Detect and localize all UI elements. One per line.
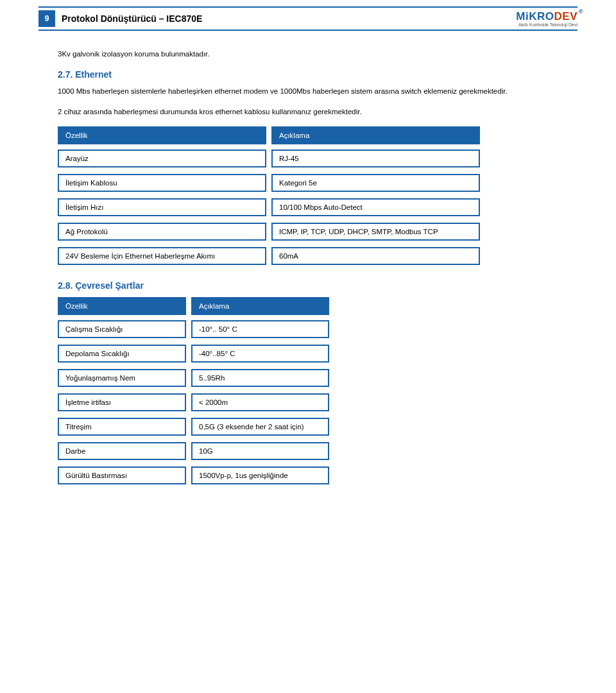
td-feature: Darbe — [58, 442, 186, 460]
table-2-8-body: Çalışma Sıcaklığı -10°.. 50° C Depolama … — [58, 320, 578, 484]
table-2-8-header: Özellik Açıklama — [58, 297, 578, 315]
td-feature: Depolama Sıcaklığı — [58, 345, 186, 363]
brand-logo: MiKRODEV® Akıllı Kontrolde Teknoloji Dev… — [516, 10, 578, 27]
th-description: Açıklama — [191, 297, 329, 315]
document-title: Protokol Dönüştürücü – IEC870E — [62, 13, 202, 24]
th-feature: Özellik — [58, 126, 266, 144]
td-feature: Ağ Protokolü — [58, 223, 266, 241]
td-feature: Arayüz — [58, 150, 266, 167]
td-description: 10G — [191, 442, 329, 460]
td-description: ICMP, IP, TCP, UDP, DHCP, SMTP, Modbus T… — [271, 223, 480, 241]
td-feature: 24V Besleme İçin Ethernet Haberleşme Akı… — [58, 247, 266, 265]
logo-part-right: DEV — [554, 10, 578, 22]
table-row: Ağ Protokolü ICMP, IP, TCP, UDP, DHCP, S… — [58, 223, 578, 241]
page-number-badge: 9 — [38, 10, 55, 27]
table-2-7-header: Özellik Açıklama — [58, 126, 578, 144]
td-feature: İletişim Hızı — [58, 198, 266, 216]
header-bar: 9 Protokol Dönüştürücü – IEC870E MiKRODE… — [38, 6, 578, 31]
logo-part-left: MiKRO — [516, 10, 554, 22]
logo-text: MiKRODEV® — [516, 10, 578, 23]
table-row: İletişim Kablosu Kategori 5e — [58, 174, 578, 192]
table-row: Titreşim 0,5G (3 eksende her 2 saat için… — [58, 418, 578, 436]
td-feature: Gürültü Bastırması — [58, 466, 186, 484]
table-row: Depolama Sıcaklığı -40°..85° C — [58, 345, 578, 363]
intro-text: 3Kv galvonik izolasyon koruma bulunmakta… — [58, 49, 578, 60]
table-row: İletişim Hızı 10/100 Mbps Auto-Detect — [58, 198, 578, 216]
td-description: -10°.. 50° C — [191, 320, 329, 338]
td-description: 60mA — [271, 247, 480, 265]
td-description: < 2000m — [191, 393, 329, 411]
table-row: 24V Besleme İçin Ethernet Haberleşme Akı… — [58, 247, 578, 265]
td-feature: Yoğunlaşmamış Nem — [58, 369, 186, 387]
header-left: 9 Protokol Dönüştürücü – IEC870E — [38, 10, 202, 27]
td-description: -40°..85° C — [191, 345, 329, 363]
content: 3Kv galvonik izolasyon koruma bulunmakta… — [38, 49, 578, 484]
table-row: Yoğunlaşmamış Nem 5..95Rh — [58, 369, 578, 387]
section-2-7-p1: 1000 Mbs haberleşen sistemlerle haberleş… — [58, 86, 578, 98]
table-2-7-body: Arayüz RJ-45 İletişim Kablosu Kategori 5… — [58, 150, 578, 265]
td-description: Kategori 5e — [271, 174, 480, 192]
th-description: Açıklama — [271, 126, 480, 144]
td-feature: İşletme irtifası — [58, 393, 186, 411]
table-row: Arayüz RJ-45 — [58, 150, 578, 167]
section-2-7-p2: 2 cihaz arasında haberleşmesi durumunda … — [58, 107, 578, 118]
logo-tagline: Akıllı Kontrolde Teknoloji Devi — [516, 22, 578, 27]
td-description: 5..95Rh — [191, 369, 329, 387]
td-feature: Çalışma Sıcaklığı — [58, 320, 186, 338]
table-row: Çalışma Sıcaklığı -10°.. 50° C — [58, 320, 578, 338]
th-feature: Özellik — [58, 297, 186, 315]
section-2-8-title: 2.8. Çevresel Şartlar — [58, 280, 578, 291]
td-description: RJ-45 — [271, 150, 480, 167]
table-row: İşletme irtifası < 2000m — [58, 393, 578, 411]
td-description: 1500Vp-p, 1us genişliğinde — [191, 466, 329, 484]
td-description: 10/100 Mbps Auto-Detect — [271, 198, 480, 216]
table-row: Darbe 10G — [58, 442, 578, 460]
page: 9 Protokol Dönüştürücü – IEC870E MiKRODE… — [0, 0, 616, 519]
section-2-7-title: 2.7. Ethernet — [58, 69, 578, 80]
td-feature: Titreşim — [58, 418, 186, 436]
td-description: 0,5G (3 eksende her 2 saat için) — [191, 418, 329, 436]
td-feature: İletişim Kablosu — [58, 174, 266, 192]
table-row: Gürültü Bastırması 1500Vp-p, 1us genişli… — [58, 466, 578, 484]
registered-mark-icon: ® — [579, 8, 583, 15]
